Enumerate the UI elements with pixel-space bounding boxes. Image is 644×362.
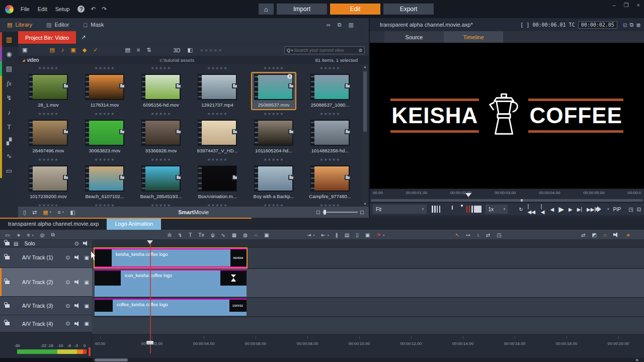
media-item[interactable]: ★★★★★ <box>133 202 189 206</box>
media-item[interactable]: ★★★★★1017239200.mov <box>20 156 76 202</box>
media-item-box[interactable]: 83974437_V_HD... <box>194 118 241 156</box>
media-thumbnail[interactable] <box>29 120 68 146</box>
sidebar-item-titles[interactable]: T <box>0 120 18 134</box>
export-button[interactable]: Export <box>383 4 434 15</box>
mark-in-icon[interactable]: ⇥ <box>307 232 311 238</box>
media-thumbnail[interactable] <box>198 165 237 192</box>
media-item[interactable]: ★★★★★12921737.mp4 <box>189 64 246 110</box>
edit-button[interactable]: Edit <box>330 4 380 15</box>
audio-filter-icon[interactable]: ♪ <box>61 47 64 53</box>
item-rating-stars[interactable]: ★★★★★ <box>151 112 172 118</box>
timeline-clip[interactable]: KEISHAkeisha_keisha coffee logo <box>95 248 247 267</box>
sphere-icon[interactable]: ◍ <box>243 232 248 238</box>
grid-scrollbar[interactable]: ▲ ▼ <box>362 64 368 206</box>
home-button[interactable]: ⌂ <box>259 4 274 15</box>
photos-filter-icon[interactable]: ▤ <box>49 47 54 53</box>
media-item[interactable]: ★★★★★ <box>76 202 133 206</box>
create-collection-icon[interactable]: ▣ <box>22 47 27 53</box>
sidebar-item-effects-fx[interactable]: fx <box>0 76 18 90</box>
item-rating-stars[interactable]: ★★★★★ <box>320 66 341 72</box>
visibility-eye-icon[interactable]: ⊙ <box>65 279 70 286</box>
dropdown-icon[interactable]: ▾ <box>50 210 52 214</box>
zoom-fit-dropdown[interactable]: Fit▾ <box>373 205 427 214</box>
item-rating-stars[interactable]: ★★★★★ <box>95 112 115 118</box>
tab-library[interactable]: ▤Library <box>0 18 39 31</box>
scorefitter-icon[interactable]: ◎ <box>40 232 45 238</box>
3d-toggle[interactable]: 3D <box>173 47 180 53</box>
trash-icon[interactable]: ▯ <box>23 209 26 216</box>
visibility-eye-icon[interactable]: ⊙ <box>65 320 70 327</box>
lock-icon[interactable] <box>5 242 10 245</box>
audio-scrub-icon[interactable] <box>613 232 619 237</box>
frame-forward-button[interactable]: ▶ <box>569 207 573 212</box>
media-thumbnail[interactable] <box>85 165 124 192</box>
thumb-view-icon[interactable]: ▦ <box>43 209 48 216</box>
redo-icon[interactable]: ↷ <box>102 6 107 13</box>
item-rating-stars[interactable]: ★★★★★ <box>264 112 284 118</box>
razor-icon[interactable]: ∦ <box>336 232 338 238</box>
pip-button[interactable]: PiP <box>613 207 621 212</box>
media-item[interactable]: ★★★★★ <box>20 202 76 206</box>
sidebar-item-project-bin[interactable]: ▥ <box>0 32 18 47</box>
dropdown-icon[interactable]: ▾ <box>62 210 64 214</box>
subtitle-icon[interactable]: T≡ <box>198 232 204 238</box>
sidebar-item-media-reel[interactable]: ◉ <box>0 47 18 61</box>
media-thumbnail[interactable] <box>310 120 350 146</box>
track-size-icon[interactable]: ≡ <box>27 232 30 238</box>
link-icon[interactable]: ∞ <box>327 22 331 28</box>
jump-end-button[interactable]: ▶▶| <box>587 207 596 212</box>
select-mode-icon[interactable]: ↖ <box>455 232 459 238</box>
track-volume-icon[interactable] <box>74 280 80 285</box>
track-volume-icon[interactable] <box>74 321 80 326</box>
media-item-box[interactable]: Boy with a Backp... <box>251 163 297 202</box>
item-rating-stars[interactable]: ★★★★★ <box>207 112 228 118</box>
magnet-snap-icon[interactable]: ∩ <box>603 232 607 238</box>
timeline-clip[interactable]: COFFEEcoffee_keisha coffee logo <box>95 299 247 316</box>
title-icon[interactable]: T <box>189 232 192 238</box>
voice-over-icon[interactable]: ψ <box>211 232 214 238</box>
tab-mask[interactable]: ◻Mask <box>76 18 111 31</box>
help-icon[interactable]: ? <box>77 6 85 13</box>
lock-icon[interactable] <box>5 304 10 308</box>
folder-view-icon[interactable]: ▤ <box>125 47 130 53</box>
refresh-icon[interactable]: ⇄ <box>32 209 37 216</box>
lock-icon[interactable] <box>5 281 10 284</box>
media-item[interactable]: ★★★★★ <box>302 202 358 206</box>
prev-clip-button[interactable]: |◀ <box>541 204 546 215</box>
track-volume-icon[interactable] <box>74 303 80 308</box>
media-item-box[interactable]: 1011605204-hd... <box>251 118 296 156</box>
wave-icon[interactable]: ∿ <box>221 232 225 238</box>
media-item[interactable]: ★★★★★Beach_28545193... <box>133 156 189 202</box>
copy-icon[interactable]: ⧉ <box>630 22 634 28</box>
copy-icon[interactable]: ⧉ <box>338 22 342 28</box>
preview-ruler[interactable]: 00.0000:00:01.0000:00:02.0000:00:03.0000… <box>370 189 644 199</box>
menu-setup[interactable]: Setup <box>55 6 70 12</box>
media-thumbnail[interactable] <box>141 74 181 100</box>
timeline-tab[interactable]: transparent alpha channel.movie.axp <box>0 218 107 230</box>
media-item[interactable]: ★★★★★ <box>246 202 302 206</box>
project-bin-tab[interactable]: Project Bin: Video <box>18 31 76 44</box>
media-item-box[interactable]: 1014882358-hd... <box>307 118 353 156</box>
rating-filter-stars[interactable]: ★★★★★ <box>200 48 222 53</box>
sidebar-item-disc-menu[interactable]: ▭ <box>0 163 18 178</box>
volume-icon[interactable] <box>596 206 603 212</box>
minimize-button[interactable]: – <box>613 2 616 9</box>
projects-filter-icon[interactable]: ◆ <box>83 47 87 53</box>
media-item[interactable]: ★★★★★Beach_6107102... <box>76 156 133 202</box>
track-header-4[interactable]: A/V Track (4)⊙▣ <box>0 315 92 332</box>
scroll-up-icon[interactable]: ▲ <box>362 65 368 68</box>
media-item[interactable]: ★★★★★30063823.mov <box>76 110 133 156</box>
track-camera-icon[interactable]: ▣ <box>85 303 89 309</box>
zoom-slider[interactable] <box>323 212 358 213</box>
tags-icon[interactable]: ◧ <box>70 209 75 216</box>
item-rating-stars[interactable]: ★★★★★ <box>151 157 172 163</box>
media-item[interactable]: ★★★★★6095156-hd.mov <box>133 64 189 110</box>
media-thumbnail[interactable] <box>310 165 350 192</box>
media-item[interactable]: ★★★★★✓i25088537.mov <box>246 64 302 110</box>
menu-file[interactable]: File <box>21 6 30 12</box>
track-camera-icon[interactable]: ▣ <box>85 280 89 285</box>
media-item[interactable]: ★★★★★28497496.mov <box>20 110 76 156</box>
track-volume-icon[interactable] <box>83 241 89 246</box>
item-rating-stars[interactable]: ★★★★★ <box>207 66 228 72</box>
item-rating-stars[interactable]: ★★★★★ <box>95 66 115 72</box>
